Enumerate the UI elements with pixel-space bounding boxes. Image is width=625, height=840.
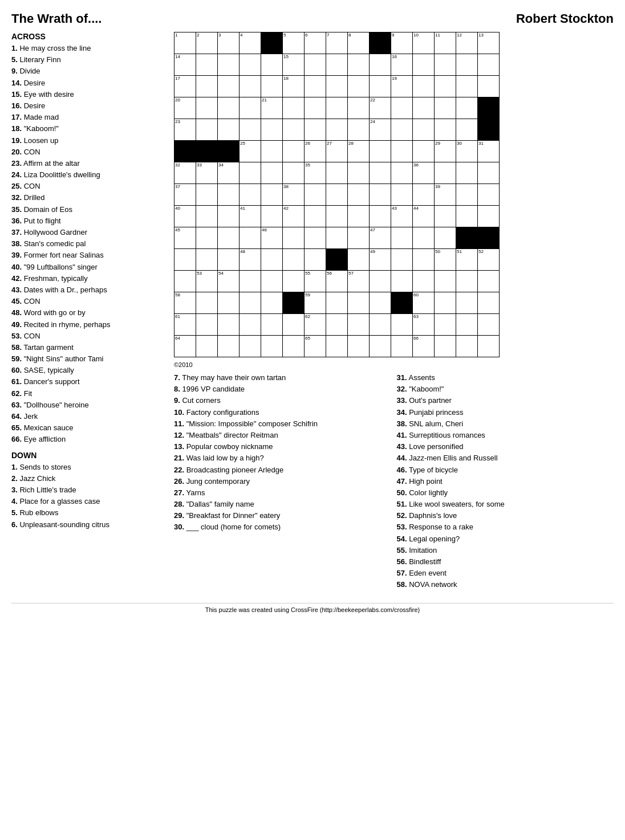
grid-cell[interactable] xyxy=(261,271,283,292)
grid-cell[interactable] xyxy=(348,227,370,249)
grid-cell[interactable] xyxy=(218,206,240,227)
grid-cell[interactable] xyxy=(348,336,370,357)
grid-cell[interactable] xyxy=(240,162,261,184)
grid-cell[interactable] xyxy=(348,184,370,206)
grid-cell[interactable]: 45 xyxy=(174,227,196,249)
grid-cell[interactable] xyxy=(478,314,500,336)
grid-cell[interactable]: 13 xyxy=(478,32,500,54)
grid-cell[interactable]: 16 xyxy=(391,54,413,76)
grid-cell[interactable] xyxy=(240,119,261,141)
grid-cell[interactable] xyxy=(478,292,500,314)
grid-cell[interactable]: 23 xyxy=(174,119,196,141)
grid-cell[interactable] xyxy=(348,206,370,227)
grid-cell[interactable]: 26 xyxy=(305,141,326,162)
grid-cell[interactable] xyxy=(348,97,370,119)
grid-cell[interactable] xyxy=(326,206,348,227)
grid-cell[interactable]: 35 xyxy=(305,162,326,184)
grid-cell[interactable] xyxy=(391,227,413,249)
grid-cell[interactable]: 43 xyxy=(391,206,413,227)
grid-cell[interactable] xyxy=(370,206,391,227)
grid-cell[interactable] xyxy=(218,336,240,357)
grid-cell[interactable] xyxy=(305,97,326,119)
grid-cell[interactable]: 44 xyxy=(413,206,435,227)
grid-cell[interactable] xyxy=(261,32,283,54)
grid-cell[interactable]: 1 xyxy=(174,32,196,54)
grid-cell[interactable]: 14 xyxy=(174,54,196,76)
grid-cell[interactable] xyxy=(196,206,218,227)
grid-cell[interactable] xyxy=(283,249,305,271)
grid-cell[interactable] xyxy=(240,271,261,292)
grid-cell[interactable] xyxy=(348,292,370,314)
grid-cell[interactable] xyxy=(391,271,413,292)
grid-cell[interactable] xyxy=(413,97,435,119)
grid-cell[interactable]: 28 xyxy=(348,141,370,162)
grid-cell[interactable] xyxy=(413,227,435,249)
grid-cell[interactable] xyxy=(261,292,283,314)
grid-cell[interactable] xyxy=(413,119,435,141)
grid-cell[interactable]: 7 xyxy=(326,32,348,54)
grid-cell[interactable]: 50 xyxy=(435,249,456,271)
grid-cell[interactable]: 54 xyxy=(218,271,240,292)
grid-cell[interactable] xyxy=(218,119,240,141)
grid-cell[interactable]: 61 xyxy=(174,314,196,336)
grid-cell[interactable]: 9 xyxy=(391,32,413,54)
grid-cell[interactable]: 21 xyxy=(261,97,283,119)
grid-cell[interactable] xyxy=(370,271,391,292)
grid-cell[interactable] xyxy=(305,54,326,76)
grid-cell[interactable] xyxy=(413,54,435,76)
grid-cell[interactable] xyxy=(305,76,326,97)
grid-cell[interactable] xyxy=(370,76,391,97)
grid-cell[interactable] xyxy=(326,249,348,271)
grid-cell[interactable] xyxy=(261,206,283,227)
grid-cell[interactable] xyxy=(435,292,456,314)
grid-cell[interactable] xyxy=(413,249,435,271)
grid-cell[interactable] xyxy=(435,97,456,119)
grid-cell[interactable] xyxy=(218,227,240,249)
grid-cell[interactable] xyxy=(218,249,240,271)
grid-cell[interactable] xyxy=(305,119,326,141)
grid-cell[interactable] xyxy=(240,227,261,249)
grid-cell[interactable] xyxy=(348,54,370,76)
grid-cell[interactable] xyxy=(391,141,413,162)
grid-cell[interactable] xyxy=(305,184,326,206)
grid-cell[interactable] xyxy=(218,54,240,76)
grid-cell[interactable] xyxy=(478,336,500,357)
grid-cell[interactable] xyxy=(326,76,348,97)
grid-cell[interactable]: 3 xyxy=(218,32,240,54)
grid-cell[interactable]: 18 xyxy=(283,76,305,97)
grid-cell[interactable] xyxy=(261,162,283,184)
grid-cell[interactable] xyxy=(348,119,370,141)
grid-cell[interactable]: 42 xyxy=(283,206,305,227)
grid-cell[interactable] xyxy=(326,227,348,249)
grid-cell[interactable]: 38 xyxy=(283,184,305,206)
grid-cell[interactable] xyxy=(283,292,305,314)
grid-cell[interactable] xyxy=(391,97,413,119)
grid-cell[interactable] xyxy=(456,162,478,184)
grid-cell[interactable] xyxy=(326,314,348,336)
grid-cell[interactable] xyxy=(456,314,478,336)
grid-cell[interactable] xyxy=(435,336,456,357)
grid-cell[interactable] xyxy=(283,119,305,141)
grid-cell[interactable] xyxy=(370,336,391,357)
grid-cell[interactable] xyxy=(391,249,413,271)
grid-cell[interactable] xyxy=(478,271,500,292)
grid-cell[interactable] xyxy=(196,227,218,249)
grid-cell[interactable] xyxy=(435,54,456,76)
grid-cell[interactable] xyxy=(196,314,218,336)
grid-cell[interactable] xyxy=(196,336,218,357)
grid-cell[interactable] xyxy=(348,249,370,271)
grid-cell[interactable] xyxy=(456,184,478,206)
grid-cell[interactable] xyxy=(305,206,326,227)
grid-cell[interactable]: 11 xyxy=(435,32,456,54)
grid-cell[interactable]: 53 xyxy=(196,271,218,292)
grid-cell[interactable] xyxy=(478,162,500,184)
grid-cell[interactable] xyxy=(478,227,500,249)
grid-cell[interactable] xyxy=(218,292,240,314)
grid-cell[interactable]: 29 xyxy=(435,141,456,162)
grid-cell[interactable] xyxy=(283,271,305,292)
grid-cell[interactable] xyxy=(391,292,413,314)
grid-cell[interactable] xyxy=(370,32,391,54)
grid-cell[interactable]: 24 xyxy=(370,119,391,141)
grid-cell[interactable] xyxy=(218,76,240,97)
grid-cell[interactable]: 59 xyxy=(305,292,326,314)
